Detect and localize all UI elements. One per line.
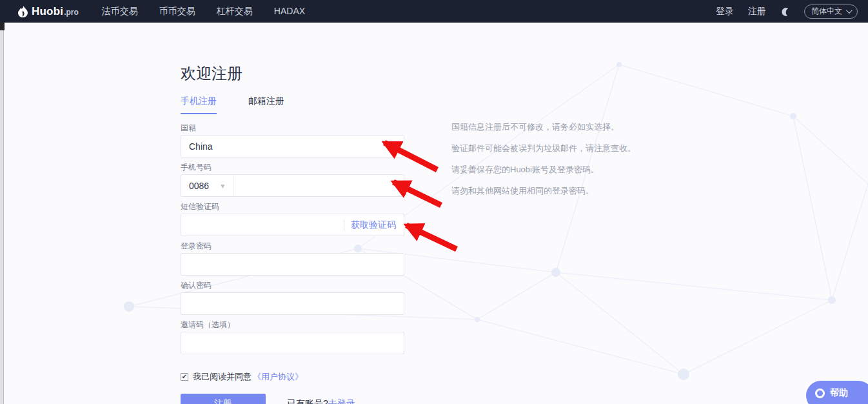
agreement-row: ✔ 我已阅读并同意 《用户协议》 xyxy=(181,371,404,383)
nav-item-margin[interactable]: 杠杆交易 xyxy=(217,6,253,17)
phone-field: 手机号码 0086 ▾ xyxy=(181,163,404,197)
brand-name: Huobi xyxy=(32,5,63,18)
phone-prefix-value: 0086 xyxy=(189,181,209,191)
dark-mode-moon-icon[interactable] xyxy=(780,6,790,16)
register-tabs: 手机注册 邮箱注册 xyxy=(181,96,404,114)
nationality-field: 国籍 China ▾ xyxy=(181,123,404,157)
register-link[interactable]: 注册 xyxy=(748,6,766,17)
confirm-password-input-box xyxy=(181,292,404,315)
chevron-down-icon xyxy=(846,7,853,14)
help-label: 帮助 xyxy=(830,387,848,404)
huobi-logo[interactable]: Huobi .pro xyxy=(18,5,79,18)
hints-panel: 国籍信息注册后不可修改，请务必如实选择。 验证邮件可能会被误判为垃圾邮件，请注意… xyxy=(451,123,636,208)
submit-row: 注册 已有账号?去登录 xyxy=(181,394,404,404)
invite-code-label: 邀请码（选填） xyxy=(181,320,404,329)
hint-line: 请勿和其他网站使用相同的登录密码。 xyxy=(451,187,636,196)
phone-prefix-select[interactable]: 0086 ▾ xyxy=(189,175,234,196)
phone-number-input[interactable] xyxy=(234,175,396,196)
brand-suffix: .pro xyxy=(64,8,79,17)
invite-code-field: 邀请码（选填） xyxy=(181,320,404,354)
register-button[interactable]: 注册 xyxy=(181,394,266,404)
tab-email-register[interactable]: 邮箱注册 xyxy=(248,96,284,114)
confirm-password-label: 确认密码 xyxy=(181,281,404,290)
sms-code-label: 短信验证码 xyxy=(181,202,404,211)
get-code-button[interactable]: 获取验证码 xyxy=(351,219,396,231)
agreement-text: 我已阅读并同意 xyxy=(193,371,252,383)
invite-code-input[interactable] xyxy=(189,332,396,354)
nav-right: 登录 注册 简体中文 xyxy=(716,5,858,19)
register-panel: 欢迎注册 手机注册 邮箱注册 国籍 China ▾ 手机号码 0086 ▾ 短信… xyxy=(181,64,404,404)
chevron-down-icon: ▾ xyxy=(221,181,224,190)
agreement-checkbox[interactable]: ✔ xyxy=(181,373,188,381)
go-login-link[interactable]: 去登录 xyxy=(328,398,355,404)
sms-code-field: 短信验证码 获取验证码 xyxy=(181,202,404,236)
hint-line: 国籍信息注册后不可修改，请务必如实选择。 xyxy=(451,123,636,132)
phone-label: 手机号码 xyxy=(181,163,404,172)
have-account-label: 已有账号? xyxy=(287,398,328,404)
nav-menu: 法币交易 币币交易 杠杆交易 HADAX xyxy=(102,6,305,17)
divider xyxy=(344,219,344,231)
login-link[interactable]: 登录 xyxy=(716,6,734,17)
top-nav: Huobi .pro 法币交易 币币交易 杠杆交易 HADAX 登录 注册 简体… xyxy=(0,0,868,23)
annotation-arrows xyxy=(0,0,868,404)
password-input[interactable] xyxy=(189,254,396,275)
chevron-down-icon: ▾ xyxy=(392,142,396,151)
sms-code-input[interactable] xyxy=(189,214,344,236)
nav-item-hadax[interactable]: HADAX xyxy=(274,6,305,17)
confirm-password-field: 确认密码 xyxy=(181,281,404,315)
nav-item-exchange[interactable]: 币币交易 xyxy=(159,6,195,17)
password-label: 登录密码 xyxy=(181,241,404,250)
tab-phone-register[interactable]: 手机注册 xyxy=(181,96,217,114)
page-title: 欢迎注册 xyxy=(181,64,404,83)
have-account-text: 已有账号?去登录 xyxy=(287,398,355,404)
confirm-password-input[interactable] xyxy=(189,293,396,314)
language-label: 简体中文 xyxy=(811,6,842,17)
arrow-to-get-code xyxy=(406,225,457,249)
register-form: 国籍 China ▾ 手机号码 0086 ▾ 短信验证码 获取验证码 xyxy=(181,123,404,404)
help-ring-icon xyxy=(815,389,825,398)
help-button[interactable]: 帮助 xyxy=(806,381,868,404)
user-agreement-link[interactable]: 《用户协议》 xyxy=(253,371,303,383)
language-selector[interactable]: 简体中文 xyxy=(804,5,858,19)
password-input-box xyxy=(181,253,404,276)
left-gutter xyxy=(0,23,4,404)
left-gutter-dark xyxy=(0,23,5,30)
password-field: 登录密码 xyxy=(181,241,404,276)
background-pattern xyxy=(0,23,868,404)
nav-item-otc[interactable]: 法币交易 xyxy=(102,6,138,17)
nationality-value: China xyxy=(189,141,213,152)
sms-code-input-group: 获取验证码 xyxy=(181,214,404,236)
nationality-label: 国籍 xyxy=(181,123,404,132)
flame-icon xyxy=(18,6,28,17)
invite-code-input-box xyxy=(181,332,404,354)
phone-input-group: 0086 ▾ xyxy=(181,174,404,197)
hint-line: 请妥善保存您的Huobi账号及登录密码。 xyxy=(451,165,636,174)
nationality-select[interactable]: China ▾ xyxy=(181,135,404,157)
hint-line: 验证邮件可能会被误判为垃圾邮件，请注意查收。 xyxy=(451,144,636,153)
